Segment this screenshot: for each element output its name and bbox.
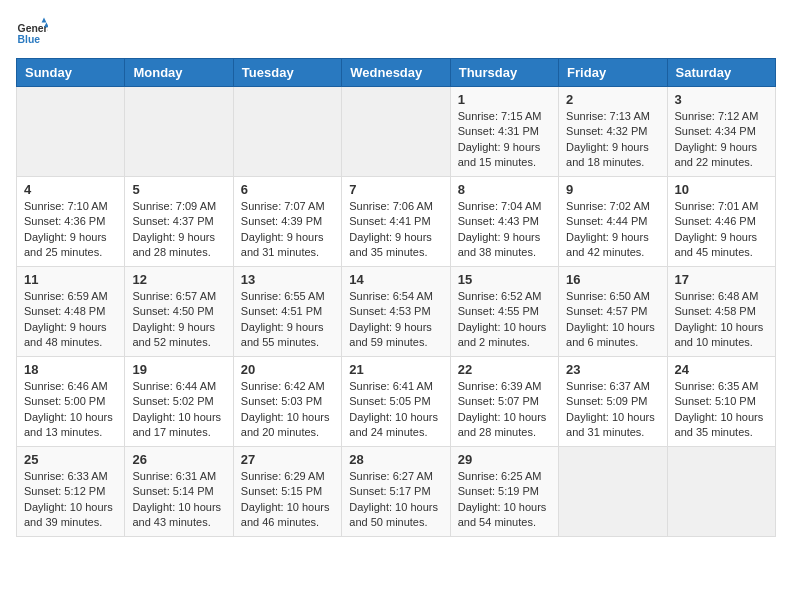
calendar-cell: 9Sunrise: 7:02 AM Sunset: 4:44 PM Daylig… [559,177,667,267]
day-number: 13 [241,272,334,287]
day-header-tuesday: Tuesday [233,59,341,87]
calendar-cell: 23Sunrise: 6:37 AM Sunset: 5:09 PM Dayli… [559,357,667,447]
calendar-cell: 10Sunrise: 7:01 AM Sunset: 4:46 PM Dayli… [667,177,775,267]
day-info: Sunrise: 6:41 AM Sunset: 5:05 PM Dayligh… [349,379,442,441]
calendar-cell [233,87,341,177]
day-info: Sunrise: 6:44 AM Sunset: 5:02 PM Dayligh… [132,379,225,441]
day-info: Sunrise: 7:09 AM Sunset: 4:37 PM Dayligh… [132,199,225,261]
day-info: Sunrise: 6:48 AM Sunset: 4:58 PM Dayligh… [675,289,768,351]
calendar-header-row: SundayMondayTuesdayWednesdayThursdayFrid… [17,59,776,87]
logo: General Blue [16,16,52,48]
day-info: Sunrise: 6:50 AM Sunset: 4:57 PM Dayligh… [566,289,659,351]
day-number: 23 [566,362,659,377]
day-info: Sunrise: 7:07 AM Sunset: 4:39 PM Dayligh… [241,199,334,261]
day-number: 12 [132,272,225,287]
week-row-3: 18Sunrise: 6:46 AM Sunset: 5:00 PM Dayli… [17,357,776,447]
day-number: 8 [458,182,551,197]
day-number: 4 [24,182,117,197]
day-number: 6 [241,182,334,197]
day-info: Sunrise: 7:10 AM Sunset: 4:36 PM Dayligh… [24,199,117,261]
day-number: 21 [349,362,442,377]
day-number: 9 [566,182,659,197]
day-header-wednesday: Wednesday [342,59,450,87]
calendar-cell: 3Sunrise: 7:12 AM Sunset: 4:34 PM Daylig… [667,87,775,177]
svg-marker-2 [42,18,47,23]
day-header-monday: Monday [125,59,233,87]
svg-text:Blue: Blue [18,34,41,45]
day-info: Sunrise: 6:54 AM Sunset: 4:53 PM Dayligh… [349,289,442,351]
day-info: Sunrise: 6:33 AM Sunset: 5:12 PM Dayligh… [24,469,117,531]
calendar-cell: 6Sunrise: 7:07 AM Sunset: 4:39 PM Daylig… [233,177,341,267]
calendar-cell [125,87,233,177]
day-info: Sunrise: 6:35 AM Sunset: 5:10 PM Dayligh… [675,379,768,441]
day-info: Sunrise: 6:42 AM Sunset: 5:03 PM Dayligh… [241,379,334,441]
day-info: Sunrise: 6:27 AM Sunset: 5:17 PM Dayligh… [349,469,442,531]
day-number: 22 [458,362,551,377]
day-info: Sunrise: 7:01 AM Sunset: 4:46 PM Dayligh… [675,199,768,261]
calendar-cell: 1Sunrise: 7:15 AM Sunset: 4:31 PM Daylig… [450,87,558,177]
day-info: Sunrise: 6:29 AM Sunset: 5:15 PM Dayligh… [241,469,334,531]
calendar-cell: 28Sunrise: 6:27 AM Sunset: 5:17 PM Dayli… [342,447,450,537]
day-number: 20 [241,362,334,377]
day-info: Sunrise: 6:55 AM Sunset: 4:51 PM Dayligh… [241,289,334,351]
day-info: Sunrise: 6:52 AM Sunset: 4:55 PM Dayligh… [458,289,551,351]
calendar-cell: 4Sunrise: 7:10 AM Sunset: 4:36 PM Daylig… [17,177,125,267]
calendar-cell: 12Sunrise: 6:57 AM Sunset: 4:50 PM Dayli… [125,267,233,357]
calendar-cell [667,447,775,537]
calendar-cell [342,87,450,177]
day-info: Sunrise: 7:12 AM Sunset: 4:34 PM Dayligh… [675,109,768,171]
calendar-cell: 16Sunrise: 6:50 AM Sunset: 4:57 PM Dayli… [559,267,667,357]
day-number: 29 [458,452,551,467]
day-header-thursday: Thursday [450,59,558,87]
day-info: Sunrise: 6:39 AM Sunset: 5:07 PM Dayligh… [458,379,551,441]
calendar-cell: 29Sunrise: 6:25 AM Sunset: 5:19 PM Dayli… [450,447,558,537]
day-info: Sunrise: 7:04 AM Sunset: 4:43 PM Dayligh… [458,199,551,261]
calendar-cell: 20Sunrise: 6:42 AM Sunset: 5:03 PM Dayli… [233,357,341,447]
day-number: 28 [349,452,442,467]
day-info: Sunrise: 7:02 AM Sunset: 4:44 PM Dayligh… [566,199,659,261]
calendar-cell: 15Sunrise: 6:52 AM Sunset: 4:55 PM Dayli… [450,267,558,357]
calendar-cell: 2Sunrise: 7:13 AM Sunset: 4:32 PM Daylig… [559,87,667,177]
day-info: Sunrise: 7:15 AM Sunset: 4:31 PM Dayligh… [458,109,551,171]
day-number: 3 [675,92,768,107]
logo-icon: General Blue [16,16,48,48]
day-number: 25 [24,452,117,467]
week-row-1: 4Sunrise: 7:10 AM Sunset: 4:36 PM Daylig… [17,177,776,267]
calendar-cell [559,447,667,537]
calendar-cell: 19Sunrise: 6:44 AM Sunset: 5:02 PM Dayli… [125,357,233,447]
calendar-cell: 5Sunrise: 7:09 AM Sunset: 4:37 PM Daylig… [125,177,233,267]
calendar-cell: 24Sunrise: 6:35 AM Sunset: 5:10 PM Dayli… [667,357,775,447]
day-number: 27 [241,452,334,467]
calendar-cell: 17Sunrise: 6:48 AM Sunset: 4:58 PM Dayli… [667,267,775,357]
day-number: 24 [675,362,768,377]
calendar-cell: 11Sunrise: 6:59 AM Sunset: 4:48 PM Dayli… [17,267,125,357]
day-info: Sunrise: 7:13 AM Sunset: 4:32 PM Dayligh… [566,109,659,171]
day-number: 26 [132,452,225,467]
calendar-cell: 7Sunrise: 7:06 AM Sunset: 4:41 PM Daylig… [342,177,450,267]
calendar-cell: 21Sunrise: 6:41 AM Sunset: 5:05 PM Dayli… [342,357,450,447]
day-info: Sunrise: 7:06 AM Sunset: 4:41 PM Dayligh… [349,199,442,261]
day-number: 17 [675,272,768,287]
header: General Blue [16,16,776,48]
day-info: Sunrise: 6:57 AM Sunset: 4:50 PM Dayligh… [132,289,225,351]
day-info: Sunrise: 6:25 AM Sunset: 5:19 PM Dayligh… [458,469,551,531]
week-row-2: 11Sunrise: 6:59 AM Sunset: 4:48 PM Dayli… [17,267,776,357]
day-header-saturday: Saturday [667,59,775,87]
day-number: 15 [458,272,551,287]
svg-text:General: General [18,23,48,34]
calendar-cell: 14Sunrise: 6:54 AM Sunset: 4:53 PM Dayli… [342,267,450,357]
day-number: 11 [24,272,117,287]
day-info: Sunrise: 6:59 AM Sunset: 4:48 PM Dayligh… [24,289,117,351]
week-row-4: 25Sunrise: 6:33 AM Sunset: 5:12 PM Dayli… [17,447,776,537]
calendar-cell: 13Sunrise: 6:55 AM Sunset: 4:51 PM Dayli… [233,267,341,357]
day-number: 10 [675,182,768,197]
day-number: 18 [24,362,117,377]
day-number: 16 [566,272,659,287]
day-number: 5 [132,182,225,197]
day-number: 2 [566,92,659,107]
day-number: 14 [349,272,442,287]
day-info: Sunrise: 6:31 AM Sunset: 5:14 PM Dayligh… [132,469,225,531]
calendar-cell: 26Sunrise: 6:31 AM Sunset: 5:14 PM Dayli… [125,447,233,537]
day-header-sunday: Sunday [17,59,125,87]
calendar-cell: 27Sunrise: 6:29 AM Sunset: 5:15 PM Dayli… [233,447,341,537]
